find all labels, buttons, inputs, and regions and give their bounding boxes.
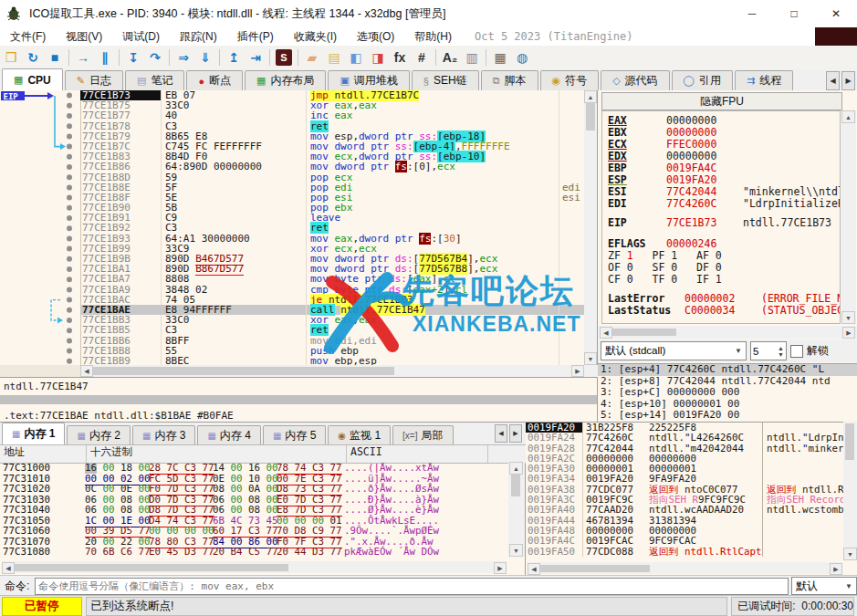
- comments-icon[interactable]: ▤: [323, 47, 345, 68]
- register-row[interactable]: LastStatusC0000034(STATUS_OBJECT_NA: [608, 305, 840, 317]
- stack-row[interactable]: 0019FA300000000100000001: [526, 464, 857, 474]
- open-file-icon[interactable]: ❒: [0, 47, 22, 68]
- dump-tab-内存 1[interactable]: ▦内存 1: [2, 423, 65, 444]
- trace-into-icon[interactable]: ⇒: [172, 47, 194, 68]
- hide-fpu-button[interactable]: 隐藏FPU: [601, 92, 842, 110]
- execute-till-return-icon[interactable]: ⇓: [194, 47, 216, 68]
- command-input[interactable]: [35, 578, 789, 595]
- tab-scroll-right[interactable]: ▶: [841, 71, 855, 90]
- tab-脚本[interactable]: ⧉脚本: [481, 70, 538, 90]
- disasm-row[interactable]: 77CE1B7740inc eax: [80, 110, 584, 120]
- tab-scroll-left[interactable]: ◀: [826, 71, 840, 90]
- disasm-row[interactable]: 77CE1BB98BECmov ebp,esp: [80, 356, 584, 365]
- tab-笔记[interactable]: ▤笔记: [125, 70, 184, 90]
- globe-icon[interactable]: ◍: [511, 47, 533, 68]
- dump-tab-内存 3[interactable]: ▦内存 3: [132, 425, 195, 444]
- register-row[interactable]: EIP77CE1B73ntdll.77CE1B73: [608, 217, 840, 229]
- step-into-icon[interactable]: ↧: [122, 47, 144, 68]
- register-value[interactable]: 00000246: [666, 238, 743, 250]
- register-row[interactable]: ESP0019FA20: [608, 174, 840, 186]
- registers-hscrollbar[interactable]: ◀ ▶: [598, 326, 857, 339]
- hash-icon[interactable]: #: [411, 47, 433, 68]
- ascii-table-icon[interactable]: A₂: [439, 47, 461, 68]
- stack-row[interactable]: 0019FA5077CDC088返回到 ntdll.RtlCaptureStac…: [526, 547, 857, 557]
- seh-chain-icon[interactable]: S: [273, 47, 295, 68]
- close-button[interactable]: ✕: [815, 0, 857, 27]
- menu-item[interactable]: 文件(F): [0, 29, 56, 45]
- menu-item[interactable]: 选项(O): [347, 29, 404, 45]
- dump-row[interactable]: 77C3108070 6B C6 77E0 45 D3 7720 B4 C5 7…: [0, 547, 507, 558]
- tab-源代码[interactable]: ◇源代码: [601, 70, 669, 90]
- dump-vscrollbar[interactable]: ▲ ▼: [508, 462, 525, 557]
- register-row[interactable]: EFLAGS00000246: [608, 238, 840, 250]
- stack-vscrollbar[interactable]: ▼: [843, 422, 857, 560]
- stack-row[interactable]: 0019FA3877CDC077返回到 ntoC0C077返回到 ntdll.R…: [526, 485, 857, 495]
- register-list[interactable]: EAX00000000EBX00000000ECXFFEC0000EDX0000…: [601, 110, 841, 324]
- stack-row[interactable]: 0019FA4077CAAD20ntdll.wcAADAAD20ntdll.wc…: [526, 505, 857, 515]
- register-value[interactable]: C0000034: [685, 305, 761, 317]
- stack-pane[interactable]: 0019FA2031B225F8225225F80019FA2477C4260C…: [526, 422, 857, 575]
- tab-调用堆栈[interactable]: ▣调用堆栈: [328, 70, 409, 90]
- argument-row[interactable]: 5: [esp+14] 0019FA20 00: [598, 410, 857, 422]
- dump-tab-scroll-right[interactable]: ▶: [509, 424, 522, 443]
- tab-日志[interactable]: ✎日志: [65, 70, 123, 90]
- tab-符号[interactable]: ◉符号: [540, 70, 600, 90]
- registers-vscrollbar[interactable]: ▲ ▼: [841, 110, 856, 324]
- stack-row[interactable]: 0019FA4C0019FCAC9FC9FCAC: [526, 536, 857, 546]
- dump-tab-监视 1[interactable]: ◉监视 1: [328, 425, 391, 444]
- dump-tab-内存 2[interactable]: ▦内存 2: [67, 425, 130, 444]
- tab-引用[interactable]: ◯引用: [672, 70, 733, 90]
- labels-icon[interactable]: ◧: [345, 47, 367, 68]
- stack-row[interactable]: 0019FA2477C4260Cntdll."L4264260Cntdll."L…: [526, 433, 857, 443]
- dump-tab-内存 4[interactable]: ▦内存 4: [197, 425, 260, 444]
- spinner-arrows-icon[interactable]: ▲▼: [778, 345, 784, 358]
- modules-icon[interactable]: ▥: [461, 47, 483, 68]
- tab-线程[interactable]: ⇉线程: [735, 70, 793, 90]
- checkbox-icon[interactable]: [790, 345, 803, 358]
- maximize-button[interactable]: □: [773, 0, 815, 27]
- disasm-vscrollbar[interactable]: ▲ ▼: [584, 90, 598, 365]
- register-row[interactable]: EDI77C4260C"LdrpInitializePro: [608, 198, 840, 210]
- menu-item[interactable]: 帮助(H): [404, 29, 462, 45]
- command-mode-dropdown[interactable]: 默认 ▼: [791, 577, 857, 595]
- menu-item[interactable]: 跟踪(N): [170, 29, 227, 45]
- stack-row[interactable]: 0019FA480000000000000000: [526, 526, 857, 536]
- register-row[interactable]: EBX00000000: [608, 127, 840, 139]
- step-out-icon[interactable]: ↥: [223, 47, 245, 68]
- patch-icon[interactable]: ▰: [301, 47, 323, 68]
- register-value[interactable]: 77CE1B73: [666, 217, 743, 229]
- menu-item[interactable]: 视图(V): [56, 29, 112, 45]
- stack-row[interactable]: 0019FA444678139431381394: [526, 516, 857, 526]
- stack-hscrollbar[interactable]: ◀ ▶: [528, 562, 842, 574]
- stop-icon[interactable]: ■: [44, 47, 66, 68]
- dump-rows[interactable]: 77C3100016 00 18 0028 7C C3 7714 00 16 0…: [0, 463, 507, 558]
- stack-row[interactable]: 0019FA2C0000000000000000: [526, 454, 857, 464]
- disassembly-gutter[interactable]: EIP: [0, 90, 81, 365]
- menu-item[interactable]: 调试(D): [112, 29, 170, 45]
- register-row[interactable]: EAX00000000: [608, 115, 840, 127]
- restart-icon[interactable]: ↻: [22, 47, 44, 68]
- dump-tab-局部[interactable]: [x=]局部: [392, 425, 453, 444]
- stack-row[interactable]: 0019FA3C0019FC9C指向SEH_R9FC9FC9C指向SEH_Rec…: [526, 495, 857, 505]
- register-row[interactable]: GS 002B FS 0053: [608, 322, 840, 324]
- register-row[interactable]: EBP0019FA4C: [608, 162, 840, 174]
- disasm-hscrollbar[interactable]: ◀ ▶: [80, 365, 584, 377]
- menu-item[interactable]: 收藏夹(I): [284, 29, 347, 45]
- disasm-row[interactable]: 77CE1BB333C0xor eax,eax: [80, 315, 584, 325]
- argument-row[interactable]: 3: [esp+C] 00000000 000: [598, 387, 857, 399]
- arg-count-spinner[interactable]: 5 ▲▼: [750, 341, 787, 360]
- minimize-button[interactable]: ─: [731, 0, 773, 27]
- stack-row[interactable]: 0019FA2877C42044ntdll."m42042044ntdll."m…: [526, 444, 857, 454]
- stack-row[interactable]: 0019FA340019FA209FA9FA20: [526, 474, 857, 484]
- register-row[interactable]: CF 0 TF 0 IF 1: [608, 274, 840, 286]
- menu-item[interactable]: 插件(P): [227, 29, 284, 45]
- run-to-user-code-icon[interactable]: ⇥: [245, 47, 267, 68]
- step-over-icon[interactable]: ↷: [144, 47, 166, 68]
- tab-CPU[interactable]: ▦CPU: [2, 68, 63, 90]
- run-icon[interactable]: →: [72, 47, 94, 68]
- calling-convention-select[interactable]: 默认 (stdcall) ▼: [601, 341, 747, 360]
- calculator-icon[interactable]: ▦: [489, 47, 511, 68]
- dump-row[interactable]: 77C3106000 39 D5 7700 00 00 0060 17 C3 7…: [0, 526, 507, 537]
- tab-断点[interactable]: ●断点: [186, 70, 243, 90]
- dump-tab-scroll-left[interactable]: ◀: [495, 424, 507, 443]
